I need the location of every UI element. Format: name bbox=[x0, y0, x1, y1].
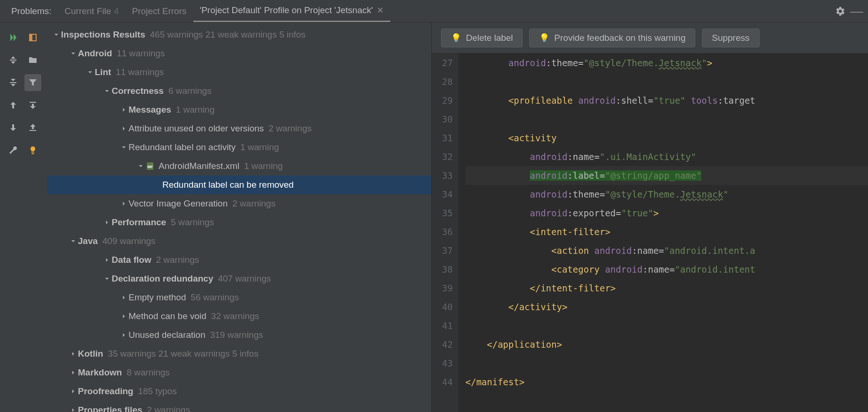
tree-item[interactable]: Performance 5 warnings bbox=[47, 213, 431, 232]
tree-item-label: Unused declaration bbox=[129, 330, 206, 340]
tree-item-count: 2 warnings bbox=[268, 123, 312, 134]
tree-item-count: 409 warnings bbox=[102, 236, 155, 246]
tab-project-errors[interactable]: Project Errors bbox=[125, 0, 193, 22]
tree-item[interactable]: Kotlin 35 warnings 21 weak warnings 5 in… bbox=[47, 344, 431, 363]
line-number: 43 bbox=[432, 354, 453, 373]
tab-project-errors-label: Project Errors bbox=[132, 6, 186, 16]
tree-item-label: Kotlin bbox=[78, 349, 103, 359]
tree-root[interactable]: Inspections Results 465 warnings 21 weak… bbox=[47, 25, 431, 44]
code-lines[interactable]: android:theme="@style/Theme.Jetsnack"> <… bbox=[459, 53, 868, 412]
prev-button[interactable] bbox=[5, 97, 22, 114]
code-line[interactable]: android:label="@string/app_name" bbox=[465, 166, 868, 185]
tab-current-file[interactable]: Current File 4 bbox=[58, 0, 126, 22]
code-line[interactable] bbox=[465, 110, 868, 129]
tree-item[interactable]: Messages 1 warning bbox=[47, 100, 431, 119]
code-line[interactable]: <action android:name="android.intent.a bbox=[465, 241, 868, 260]
code-preview: 💡 Delete label 💡 Provide feedback on thi… bbox=[432, 23, 868, 412]
tree-item-label: Markdown bbox=[78, 367, 122, 378]
close-icon[interactable]: ✕ bbox=[377, 5, 384, 15]
tree-item[interactable]: Correctness 6 warnings bbox=[47, 82, 431, 100]
feedback-button[interactable]: 💡 Provide feedback on this warning bbox=[529, 29, 695, 47]
tree-item[interactable]: Android 11 warnings bbox=[47, 44, 431, 63]
minimize-button[interactable]: — bbox=[850, 4, 863, 19]
code-line[interactable]: </manifest> bbox=[465, 373, 868, 391]
funnel-icon bbox=[28, 78, 38, 87]
code-line[interactable]: android:name=".ui.MainActivity" bbox=[465, 147, 868, 166]
code-line[interactable]: android:exported="true"> bbox=[465, 204, 868, 222]
code-line[interactable]: <activity bbox=[465, 129, 868, 147]
import-button[interactable] bbox=[24, 97, 41, 114]
collapse-all-button[interactable] bbox=[5, 74, 22, 91]
settings-button[interactable] bbox=[835, 6, 845, 16]
code-line[interactable]: <profileable android:shell="true" tools:… bbox=[465, 91, 868, 110]
tree-item-count: 5 warnings bbox=[171, 217, 214, 228]
code-line[interactable] bbox=[465, 354, 868, 373]
tree-item-count: 32 warnings bbox=[211, 311, 259, 321]
tree-item[interactable]: Declaration redundancy 407 warnings bbox=[47, 269, 431, 288]
tree-item[interactable]: Unused declaration 319 warnings bbox=[47, 326, 431, 344]
tree-item-label: Redundant label can be removed bbox=[162, 180, 294, 190]
line-number: 31 bbox=[432, 129, 453, 147]
tree-item-count: 11 warnings bbox=[117, 48, 165, 59]
code-line[interactable] bbox=[465, 316, 868, 335]
code-line[interactable]: </application> bbox=[465, 335, 868, 354]
bulb-icon bbox=[28, 145, 38, 155]
code-line[interactable]: </activity> bbox=[465, 298, 868, 316]
line-number: 42 bbox=[432, 335, 453, 354]
chevron-right-icon bbox=[69, 389, 78, 394]
expand-all-button[interactable] bbox=[5, 52, 22, 69]
line-number: 40 bbox=[432, 298, 453, 316]
code-line[interactable] bbox=[465, 72, 868, 91]
tab-profile[interactable]: 'Project Default' Profile on Project 'Je… bbox=[193, 0, 390, 22]
export-button[interactable] bbox=[24, 119, 41, 136]
wrench-button[interactable] bbox=[5, 142, 22, 159]
problems-label: Problems: bbox=[5, 6, 58, 16]
tree-item-count: 35 warnings 21 weak warnings 5 infos bbox=[108, 349, 259, 359]
tree-item[interactable]: Empty method 56 warnings bbox=[47, 288, 431, 307]
rerun-button[interactable] bbox=[5, 29, 22, 46]
import-icon bbox=[28, 100, 38, 110]
tab-profile-label: 'Project Default' Profile on Project 'Je… bbox=[200, 5, 373, 15]
code-line[interactable]: android:theme="@style/Theme.Jetsnack" bbox=[465, 185, 868, 204]
tree-item[interactable]: Redundant label on activity 1 warning bbox=[47, 138, 431, 157]
tree-item[interactable]: Properties files 2 warnings bbox=[47, 401, 431, 412]
next-button[interactable] bbox=[5, 119, 22, 136]
intention-button[interactable] bbox=[24, 142, 41, 159]
tree-item[interactable]: MF AndroidManifest.xml 1 warning bbox=[47, 157, 431, 175]
tree-item-label: Correctness bbox=[112, 86, 164, 96]
tree-item-label: Lint bbox=[95, 67, 111, 77]
suppress-button[interactable]: Suppress bbox=[702, 29, 759, 47]
tree-item[interactable]: Java 409 warnings bbox=[47, 232, 431, 251]
play-icon bbox=[8, 33, 18, 42]
tree-item[interactable]: Lint 11 warnings bbox=[47, 63, 431, 82]
inspections-tree[interactable]: Inspections Results 465 warnings 21 weak… bbox=[47, 23, 432, 412]
chevron-down-icon bbox=[102, 88, 112, 94]
code-line[interactable]: android:theme="@style/Theme.Jetsnack"> bbox=[465, 53, 868, 72]
tree-item[interactable]: Attribute unused on older versions 2 war… bbox=[47, 119, 431, 138]
tree-item[interactable]: Vector Image Generation 2 warnings bbox=[47, 194, 431, 213]
tree-item[interactable]: Redundant label can be removed bbox=[47, 175, 431, 194]
code-line[interactable]: <category android:name="android.intent bbox=[465, 260, 868, 279]
tree-item[interactable]: Proofreading 185 typos bbox=[47, 382, 431, 401]
tree-item[interactable]: Markdown 8 warnings bbox=[47, 363, 431, 382]
svg-rect-1 bbox=[30, 34, 32, 41]
tree-item-label: Vector Image Generation bbox=[129, 198, 228, 209]
code-line[interactable]: <intent-filter> bbox=[465, 222, 868, 241]
code-line[interactable]: </intent-filter> bbox=[465, 279, 868, 298]
highlight-button[interactable] bbox=[24, 29, 41, 46]
chevron-down-icon bbox=[119, 145, 129, 150]
tree-item-count: 1 warning bbox=[244, 161, 282, 171]
tree-item-label: Android bbox=[78, 48, 112, 59]
chevron-down-icon bbox=[52, 32, 61, 38]
tree-item[interactable]: Method can be void 32 warnings bbox=[47, 307, 431, 326]
tree-item-count: 2 warnings bbox=[232, 198, 275, 209]
delete-label-button[interactable]: 💡 Delete label bbox=[441, 29, 523, 47]
tree-item[interactable]: Data flow 2 warnings bbox=[47, 251, 431, 269]
open-preview-button[interactable] bbox=[24, 52, 41, 69]
problems-header: Problems: Current File 4 Project Errors … bbox=[0, 0, 868, 23]
filter-button[interactable] bbox=[24, 74, 41, 91]
suppress-text: Suppress bbox=[712, 33, 749, 43]
tab-current-file-label: Current File bbox=[65, 6, 111, 16]
bulb-icon: 💡 bbox=[451, 33, 461, 43]
tree-item-label: Method can be void bbox=[129, 311, 206, 321]
